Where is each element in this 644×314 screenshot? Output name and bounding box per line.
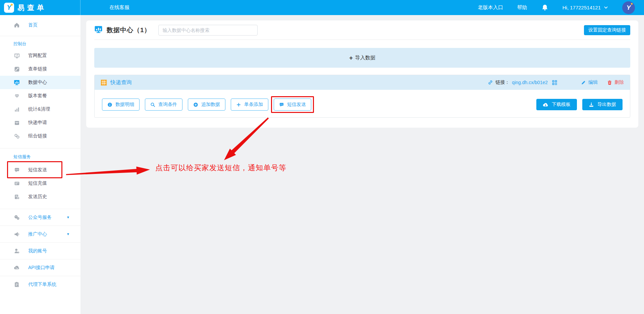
wechat-icon <box>13 214 20 221</box>
data-detail-button[interactable]: 数据明细 <box>102 99 140 111</box>
link-chain-icon <box>488 80 493 85</box>
chain-links-icon <box>13 133 20 139</box>
import-data-bar[interactable]: + 导入数据 <box>94 48 630 68</box>
topbar-right: 老版本入口 帮助 Hi, 17722514121 Y <box>478 1 635 14</box>
data-center-title-icon <box>94 25 103 35</box>
sms-send-wrapper: 短信发送 <box>274 99 317 111</box>
sidebar-item-label: 推广中心 <box>28 231 47 237</box>
sidebar: 首页 控制台 官网配置 查单链接 数据中心 版本套餐 统计&清理 快递申请 <box>0 15 80 314</box>
sidebar-item-api-apply[interactable]: API接口申请 <box>0 259 80 276</box>
single-add-button[interactable]: 单条添加 <box>231 99 268 111</box>
sidebar-item-label: 官网配置 <box>28 53 47 59</box>
sidebar-item-label: 数据中心 <box>28 79 47 85</box>
brand-logo-icon: Y <box>4 3 14 13</box>
download-tray-icon <box>589 102 594 107</box>
trash-icon <box>607 80 612 85</box>
gem-icon <box>13 93 20 99</box>
card-body: 数据明细 查询条件 追加数据 单条添加 <box>95 90 630 117</box>
sidebar-section-console: 控制台 <box>0 41 80 47</box>
online-service-link[interactable]: 在线客服 <box>109 4 129 11</box>
sidebar-item-version-plan[interactable]: 版本套餐 <box>0 89 80 103</box>
data-center-icon <box>13 79 20 85</box>
monitor-icon <box>13 53 20 59</box>
sidebar-item-promotion-center[interactable]: 推广中心 ▼ <box>0 226 80 242</box>
search-input[interactable] <box>158 25 258 36</box>
brand[interactable]: Y 易查单 <box>0 0 80 15</box>
brand-title: 易查单 <box>17 3 47 12</box>
brand-logo-dot <box>11 4 13 6</box>
chevron-down-icon <box>604 5 608 10</box>
bell-icon[interactable] <box>541 4 548 11</box>
export-data-button[interactable]: 导出数据 <box>582 99 623 110</box>
avatar[interactable]: Y <box>622 1 635 14</box>
sidebar-item-query-link[interactable]: 查单链接 <box>0 62 80 76</box>
link-icon <box>13 66 20 72</box>
home-icon <box>13 22 20 28</box>
panel-header: 数据中心（1） 设置固定查询链接 <box>94 20 630 40</box>
sidebar-divider <box>0 36 80 36</box>
top-nav: 在线客服 老版本入口 帮助 Hi, 17722514121 Y <box>80 0 644 15</box>
qr-code-icon[interactable] <box>552 80 557 85</box>
sidebar-item-site-config[interactable]: 官网配置 <box>0 49 80 62</box>
sidebar-item-combo-link[interactable]: 组合链接 <box>0 129 80 143</box>
sidebar-item-label: 快递申请 <box>28 120 47 126</box>
page-title: 数据中心（1） <box>107 26 151 35</box>
history-doc-icon <box>13 194 20 200</box>
sidebar-item-sms-send[interactable]: 短信发送 <box>0 163 80 177</box>
sidebar-item-sms-recharge[interactable]: 短信充值 <box>0 177 80 190</box>
card-title[interactable]: 快递查询 <box>110 79 132 86</box>
megaphone-icon <box>13 231 20 237</box>
old-version-link[interactable]: 老版本入口 <box>478 4 503 11</box>
sidebar-item-express-apply[interactable]: 快递申请 <box>0 116 80 129</box>
sidebar-item-my-account[interactable]: 我的账号 <box>0 243 80 259</box>
edit-button[interactable]: 编辑 <box>581 79 598 85</box>
dropdown-triangle-icon[interactable]: ▼ <box>66 215 70 219</box>
sidebar-item-label: 我的账号 <box>28 248 47 254</box>
search-icon <box>150 102 155 107</box>
user-gear-icon <box>13 248 20 254</box>
plus-icon: + <box>349 55 353 61</box>
sidebar-item-label: 短信发送 <box>28 167 47 173</box>
sidebar-item-data-center[interactable]: 数据中心 <box>0 76 80 89</box>
link-label: 链接： <box>495 79 509 85</box>
card-header: 快递查询 链接： qing.dh.cx/b01e2 编辑 <box>95 75 630 90</box>
download-template-button[interactable]: 下载模板 <box>536 99 577 110</box>
avatar-dot <box>631 3 633 5</box>
user-greeting: Hi, 17722514121 <box>562 5 601 10</box>
sidebar-item-label: 短信充值 <box>28 180 47 186</box>
delete-button[interactable]: 删除 <box>607 79 624 85</box>
sms-send-button[interactable]: 短信发送 <box>274 99 311 111</box>
append-data-button[interactable]: 追加数据 <box>188 99 225 111</box>
sidebar-item-label: 查单链接 <box>28 66 47 72</box>
sidebar-item-label: 发送历史 <box>28 194 47 200</box>
sidebar-item-send-history[interactable]: 发送历史 <box>0 190 80 203</box>
topbar: Y 易查单 在线客服 老版本入口 帮助 Hi, 17722514121 Y <box>0 0 644 15</box>
sidebar-divider <box>0 148 80 148</box>
express-query-card: 快递查询 链接： qing.dh.cx/b01e2 编辑 <box>94 75 630 118</box>
sidebar-item-label: 统计&清理 <box>28 106 50 112</box>
query-link-url[interactable]: qing.dh.cx/b01e2 <box>512 80 548 85</box>
sidebar-item-stats-clean[interactable]: 统计&清理 <box>0 103 80 116</box>
card-header-right: 链接： qing.dh.cx/b01e2 编辑 删除 <box>488 79 624 85</box>
help-link[interactable]: 帮助 <box>517 4 527 11</box>
data-center-panel: 数据中心（1） 设置固定查询链接 + 导入数据 快递查询 链 <box>86 20 638 128</box>
sidebar-item-agent-order-system[interactable]: 代理下单系统 <box>0 276 80 293</box>
sidebar-item-label: 公众号服务 <box>28 214 52 221</box>
user-menu[interactable]: Hi, 17722514121 <box>562 5 608 10</box>
parcel-icon <box>13 120 20 126</box>
sidebar-section-sms: 短信服务 <box>0 154 80 160</box>
sidebar-item-label: 组合链接 <box>28 133 47 139</box>
sidebar-item-label: API接口申请 <box>28 265 55 271</box>
sidebar-item-official-account[interactable]: 公众号服务 ▼ <box>0 209 80 226</box>
sidebar-item-home[interactable]: 首页 <box>0 17 80 33</box>
query-condition-button[interactable]: 查询条件 <box>145 99 182 111</box>
credit-card-icon <box>13 181 20 186</box>
plus-circle-icon <box>193 102 198 107</box>
dropdown-triangle-icon[interactable]: ▼ <box>66 232 70 236</box>
bar-chart-icon <box>13 107 20 112</box>
sms-bubble-icon <box>279 102 284 107</box>
table-icon <box>101 79 107 86</box>
set-fixed-query-link-button[interactable]: 设置固定查询链接 <box>584 25 630 35</box>
info-circle-icon <box>107 102 112 107</box>
api-cloud-icon <box>13 265 20 271</box>
